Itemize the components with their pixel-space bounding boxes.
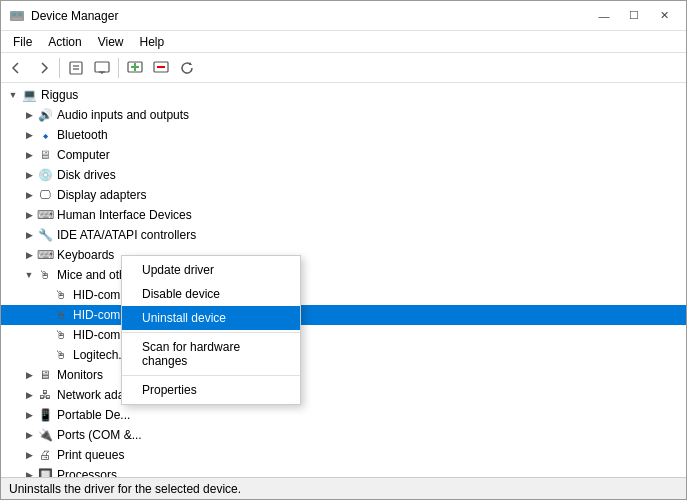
svg-rect-3 (12, 18, 22, 20)
properties-button[interactable] (64, 56, 88, 80)
expand-arrow-hid[interactable] (21, 207, 37, 223)
expand-arrow-processors[interactable] (21, 467, 37, 477)
context-menu-item-properties[interactable]: Properties (122, 378, 300, 402)
expand-arrow-printqueues[interactable] (21, 447, 37, 463)
tree-item-diskdrives[interactable]: 💿Disk drives (1, 165, 686, 185)
toolbar-separator-2 (118, 58, 119, 78)
device-icon-hid: ⌨ (37, 207, 53, 223)
tree-item-keyboards[interactable]: ⌨Keyboards (1, 245, 686, 265)
status-bar: Uninstalls the driver for the selected d… (1, 477, 686, 499)
tree-item-ports[interactable]: 🔌Ports (COM &... (1, 425, 686, 445)
context-menu-item-scan-hardware[interactable]: Scan for hardware changes (122, 335, 300, 373)
device-icon-networkada: 🖧 (37, 387, 53, 403)
device-label-hid: Human Interface Devices (57, 208, 684, 222)
expand-arrow-bluetooth[interactable] (21, 127, 37, 143)
tree-item-hid-mouse[interactable]: 🖱HID-compliant mouse (1, 285, 686, 305)
device-label-bluetooth: Bluetooth (57, 128, 684, 142)
tree-item-computer[interactable]: 🖥Computer (1, 145, 686, 165)
tree-item-mice[interactable]: 🖱Mice and other pointing devices (1, 265, 686, 285)
context-menu: Update driverDisable deviceUninstall dev… (121, 255, 301, 405)
menu-file[interactable]: File (5, 33, 40, 51)
tree-item-bluetooth[interactable]: ⬥Bluetooth (1, 125, 686, 145)
device-label-ports: Ports (COM &... (57, 428, 684, 442)
device-icon-hid-com1: 🖱 (53, 307, 69, 323)
title-bar: Device Manager — ☐ ✕ (1, 1, 686, 31)
window-controls: — ☐ ✕ (590, 6, 678, 26)
main-area: 💻Riggus🔊Audio inputs and outputs⬥Bluetoo… (1, 83, 686, 477)
tree-item-logitech[interactable]: 🖱Logitech... (1, 345, 686, 365)
back-button[interactable] (5, 56, 29, 80)
device-icon-displayadapters: 🖵 (37, 187, 53, 203)
device-label-riggus: Riggus (41, 88, 684, 102)
minimize-button[interactable]: — (590, 6, 618, 26)
tree-item-ide[interactable]: 🔧IDE ATA/ATAPI controllers (1, 225, 686, 245)
expand-arrow-networkada[interactable] (21, 387, 37, 403)
context-menu-item-uninstall-device[interactable]: Uninstall device (122, 306, 300, 330)
device-icon-bluetooth: ⬥ (37, 127, 53, 143)
expand-arrow-portabledev[interactable] (21, 407, 37, 423)
device-label-diskdrives: Disk drives (57, 168, 684, 182)
tree-item-monitors[interactable]: 🖥Monitors (1, 365, 686, 385)
expand-arrow-displayadapters[interactable] (21, 187, 37, 203)
device-tree[interactable]: 💻Riggus🔊Audio inputs and outputs⬥Bluetoo… (1, 83, 686, 477)
device-icon-audio: 🔊 (37, 107, 53, 123)
context-menu-separator (122, 375, 300, 376)
context-menu-item-update-driver[interactable]: Update driver (122, 258, 300, 282)
display-button[interactable] (90, 56, 114, 80)
tree-item-processors[interactable]: 🔲Processors (1, 465, 686, 477)
device-icon-hid-mouse: 🖱 (53, 287, 69, 303)
status-text: Uninstalls the driver for the selected d… (9, 482, 241, 496)
device-icon-hid-com2: 🖱 (53, 327, 69, 343)
expand-arrow-monitors[interactable] (21, 367, 37, 383)
device-icon-ide: 🔧 (37, 227, 53, 243)
window-icon (9, 8, 25, 24)
expand-arrow-computer[interactable] (21, 147, 37, 163)
device-icon-printqueues: 🖨 (37, 447, 53, 463)
toolbar (1, 53, 686, 83)
forward-button[interactable] (31, 56, 55, 80)
menu-help[interactable]: Help (132, 33, 173, 51)
maximize-button[interactable]: ☐ (620, 6, 648, 26)
device-label-ide: IDE ATA/ATAPI controllers (57, 228, 684, 242)
device-icon-monitors: 🖥 (37, 367, 53, 383)
device-icon-ports: 🔌 (37, 427, 53, 443)
tree-item-riggus[interactable]: 💻Riggus (1, 85, 686, 105)
device-manager-window: Device Manager — ☐ ✕ File Action View He… (0, 0, 687, 500)
add-button[interactable] (123, 56, 147, 80)
device-label-displayadapters: Display adapters (57, 188, 684, 202)
expand-arrow-audio[interactable] (21, 107, 37, 123)
remove-button[interactable] (149, 56, 173, 80)
tree-item-hid-com2[interactable]: 🖱HID-com... (1, 325, 686, 345)
expand-arrow-ports[interactable] (21, 427, 37, 443)
window-title: Device Manager (31, 9, 590, 23)
expand-arrow-riggus[interactable] (5, 87, 21, 103)
tree-item-hid[interactable]: ⌨Human Interface Devices (1, 205, 686, 225)
device-icon-portabledev: 📱 (37, 407, 53, 423)
tree-item-networkada[interactable]: 🖧Network ada... (1, 385, 686, 405)
expand-arrow-keyboards[interactable] (21, 247, 37, 263)
tree-item-hid-com1[interactable]: 🖱HID-com... (1, 305, 686, 325)
device-icon-computer: 🖥 (37, 147, 53, 163)
device-label-printqueues: Print queues (57, 448, 684, 462)
context-menu-item-disable-device[interactable]: Disable device (122, 282, 300, 306)
menu-bar: File Action View Help (1, 31, 686, 53)
tree-item-audio[interactable]: 🔊Audio inputs and outputs (1, 105, 686, 125)
device-label-audio: Audio inputs and outputs (57, 108, 684, 122)
svg-rect-7 (95, 62, 109, 72)
expand-arrow-diskdrives[interactable] (21, 167, 37, 183)
svg-rect-1 (12, 13, 16, 16)
device-icon-processors: 🔲 (37, 467, 53, 477)
refresh-button[interactable] (175, 56, 199, 80)
menu-action[interactable]: Action (40, 33, 89, 51)
device-label-computer: Computer (57, 148, 684, 162)
tree-item-printqueues[interactable]: 🖨Print queues (1, 445, 686, 465)
expand-arrow-mice[interactable] (21, 267, 37, 283)
toolbar-separator-1 (59, 58, 60, 78)
svg-rect-4 (70, 62, 82, 74)
device-label-processors: Processors (57, 468, 684, 477)
close-button[interactable]: ✕ (650, 6, 678, 26)
menu-view[interactable]: View (90, 33, 132, 51)
tree-item-portabledev[interactable]: 📱Portable De... (1, 405, 686, 425)
tree-item-displayadapters[interactable]: 🖵Display adapters (1, 185, 686, 205)
expand-arrow-ide[interactable] (21, 227, 37, 243)
